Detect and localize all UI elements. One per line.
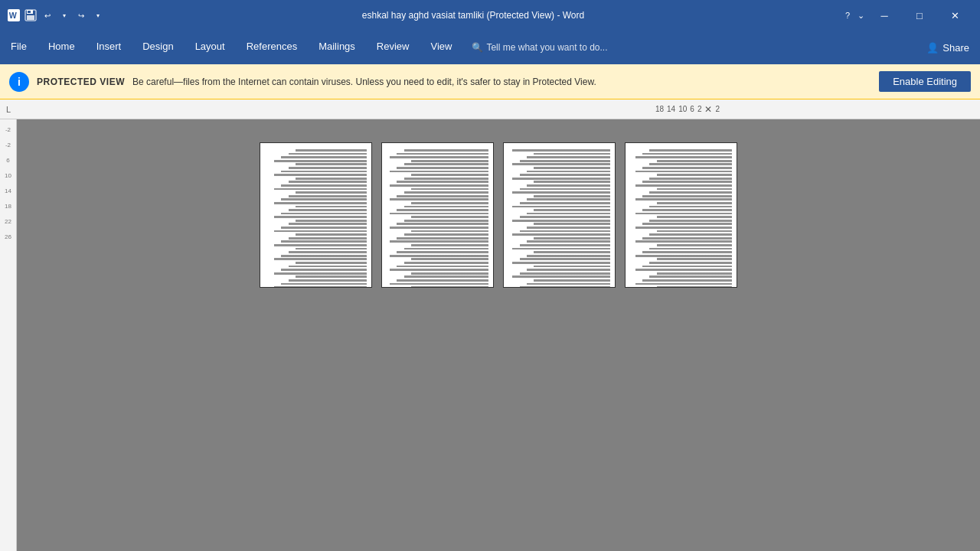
- ruler-num-5: 14: [5, 188, 11, 194]
- undo-dropdown[interactable]: ▾: [58, 9, 70, 21]
- tab-mailings[interactable]: Mailings: [308, 31, 366, 64]
- ruler: L 18 14 10 6 2 ✕ 2: [0, 99, 980, 119]
- main-layout: -2 -2 6 10 14 18 22 26: [0, 119, 980, 551]
- close-button[interactable]: ✕: [937, 0, 972, 31]
- ruler-num-2: -2: [5, 142, 11, 148]
- protected-icon: i: [9, 72, 29, 92]
- page-1: [260, 142, 372, 288]
- document-area[interactable]: [17, 119, 980, 551]
- title-bar: W ↩ ▾ ↪ ▾ eshkal hay aghd vasiat tamliki…: [0, 0, 980, 31]
- enable-editing-button[interactable]: Enable Editing: [879, 71, 971, 92]
- tab-references[interactable]: References: [236, 31, 308, 64]
- ruler-cross-icon: ✕: [704, 104, 712, 115]
- protected-view-bar: i PROTECTED VIEW Be careful—files from t…: [0, 64, 980, 99]
- svg-text:?: ?: [845, 11, 850, 20]
- ruler-mark-18: 18: [655, 105, 664, 113]
- ruler-num-8: 26: [5, 234, 11, 240]
- document-title: eshkal hay aghd vasiat tamliki (Protecte…: [104, 10, 842, 21]
- ruler-num-7: 22: [5, 219, 11, 225]
- help-icon: ?: [842, 9, 854, 21]
- ruler-num-4: 10: [5, 173, 11, 179]
- tab-review[interactable]: Review: [366, 31, 420, 64]
- page-3-content: [508, 149, 610, 288]
- page-3: [503, 142, 616, 288]
- tab-home[interactable]: Home: [38, 31, 86, 64]
- pages-row: [260, 142, 737, 528]
- ruler-num-6: 18: [5, 204, 11, 210]
- ruler-left-marker: L: [6, 105, 11, 114]
- ruler-mark-10: 10: [678, 105, 687, 113]
- svg-text:W: W: [9, 11, 18, 20]
- save-button[interactable]: [24, 9, 37, 21]
- ruler-num-3: 6: [6, 158, 9, 164]
- svg-rect-4: [27, 15, 34, 20]
- ruler-num-1: -2: [5, 127, 11, 133]
- page-2-content: [387, 149, 488, 288]
- undo-button[interactable]: ↩: [41, 9, 54, 21]
- page-4-content: [630, 149, 732, 288]
- minimize-button[interactable]: ─: [867, 0, 902, 31]
- search-area[interactable]: 🔍 Tell me what you want to do...: [462, 31, 916, 64]
- protected-label: PROTECTED VIEW: [37, 77, 125, 87]
- word-icon: W: [8, 9, 20, 21]
- maximize-button[interactable]: □: [902, 0, 937, 31]
- quick-access-dropdown[interactable]: ▾: [92, 9, 104, 21]
- tab-view[interactable]: View: [420, 31, 462, 64]
- ribbon-toggle-button[interactable]: ⌄: [854, 9, 867, 21]
- redo-button[interactable]: ↪: [75, 9, 87, 21]
- tab-insert[interactable]: Insert: [86, 31, 132, 64]
- search-icon: 🔍: [472, 42, 483, 53]
- tab-design[interactable]: Design: [132, 31, 184, 64]
- page-4: [625, 142, 737, 288]
- left-ruler: -2 -2 6 10 14 18 22 26: [0, 119, 17, 551]
- svg-rect-5: [28, 11, 31, 13]
- ruler-mark-14: 14: [667, 105, 675, 113]
- page-1-content: [265, 149, 367, 288]
- title-bar-left: W ↩ ▾ ↪ ▾: [8, 9, 104, 21]
- share-icon: 👤: [926, 42, 939, 54]
- protected-message: Be careful—files from the Internet can c…: [132, 77, 871, 87]
- ribbon: File Home Insert Design Layout Reference…: [0, 31, 980, 64]
- share-button[interactable]: 👤 Share: [916, 31, 980, 64]
- ruler-mark-6: 6: [690, 105, 694, 113]
- ruler-mark-2r: 2: [715, 105, 720, 113]
- ruler-marks: 18 14 10 6 2 ✕ 2: [655, 104, 720, 115]
- page-2: [381, 142, 494, 288]
- ruler-mark-2: 2: [697, 105, 702, 113]
- tab-file[interactable]: File: [0, 31, 38, 64]
- tab-layout[interactable]: Layout: [185, 31, 236, 64]
